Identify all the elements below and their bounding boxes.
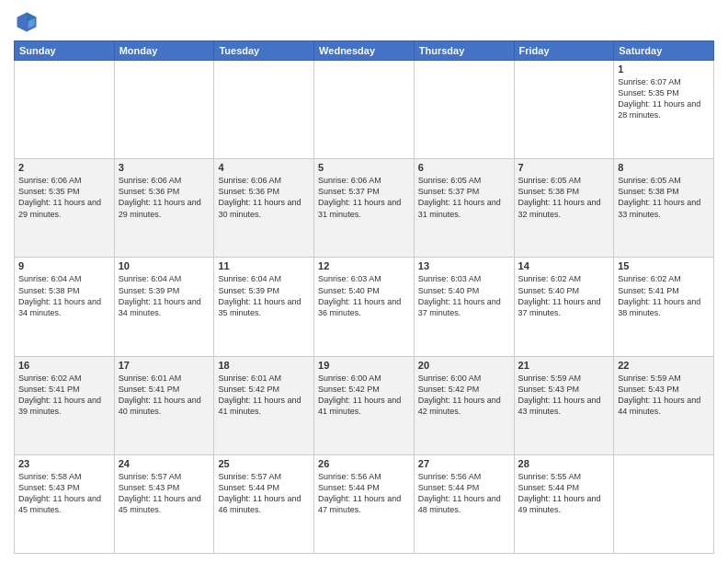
day-info: Sunrise: 5:57 AM Sunset: 5:43 PM Dayligh… xyxy=(119,471,210,516)
day-info: Sunrise: 6:03 AM Sunset: 5:40 PM Dayligh… xyxy=(318,273,410,318)
calendar-cell: 4Sunrise: 6:06 AM Sunset: 5:36 PM Daylig… xyxy=(214,159,314,258)
calendar-cell xyxy=(214,61,314,159)
day-info: Sunrise: 6:04 AM Sunset: 5:39 PM Dayligh… xyxy=(119,273,210,318)
day-info: Sunrise: 6:01 AM Sunset: 5:42 PM Dayligh… xyxy=(218,373,310,418)
calendar-week-3: 9Sunrise: 6:04 AM Sunset: 5:38 PM Daylig… xyxy=(15,258,714,356)
day-info: Sunrise: 5:57 AM Sunset: 5:44 PM Dayligh… xyxy=(218,471,310,516)
calendar-cell: 12Sunrise: 6:03 AM Sunset: 5:40 PM Dayli… xyxy=(314,258,415,356)
calendar-cell: 23Sunrise: 5:58 AM Sunset: 5:43 PM Dayli… xyxy=(15,454,115,553)
day-header-wednesday: Wednesday xyxy=(314,41,415,61)
day-number: 13 xyxy=(418,260,510,271)
day-info: Sunrise: 6:07 AM Sunset: 5:35 PM Dayligh… xyxy=(618,76,710,121)
calendar-cell: 21Sunrise: 5:59 AM Sunset: 5:43 PM Dayli… xyxy=(514,356,614,454)
day-info: Sunrise: 6:06 AM Sunset: 5:35 PM Dayligh… xyxy=(18,175,110,220)
calendar-week-4: 16Sunrise: 6:02 AM Sunset: 5:41 PM Dayli… xyxy=(15,356,714,454)
calendar-cell xyxy=(114,61,214,159)
day-number: 20 xyxy=(418,360,510,371)
day-number: 15 xyxy=(618,260,710,271)
day-number: 4 xyxy=(218,162,310,173)
calendar-week-2: 2Sunrise: 6:06 AM Sunset: 5:35 PM Daylig… xyxy=(15,159,714,258)
day-header-saturday: Saturday xyxy=(614,41,714,61)
calendar-header: SundayMondayTuesdayWednesdayThursdayFrid… xyxy=(15,41,714,61)
calendar-cell: 20Sunrise: 6:00 AM Sunset: 5:42 PM Dayli… xyxy=(414,356,514,454)
calendar-cell: 6Sunrise: 6:05 AM Sunset: 5:37 PM Daylig… xyxy=(414,159,514,258)
calendar-cell: 2Sunrise: 6:06 AM Sunset: 5:35 PM Daylig… xyxy=(15,159,115,258)
calendar-cell xyxy=(514,61,614,159)
day-info: Sunrise: 6:02 AM Sunset: 5:41 PM Dayligh… xyxy=(618,273,710,318)
calendar-cell: 24Sunrise: 5:57 AM Sunset: 5:43 PM Dayli… xyxy=(114,454,214,553)
calendar-cell: 19Sunrise: 6:00 AM Sunset: 5:42 PM Dayli… xyxy=(314,356,415,454)
day-number: 25 xyxy=(218,458,310,469)
calendar-cell xyxy=(314,61,415,159)
calendar-cell xyxy=(614,454,714,553)
day-number: 10 xyxy=(119,260,210,271)
day-number: 8 xyxy=(618,162,710,173)
day-number: 14 xyxy=(518,260,610,271)
header-row: SundayMondayTuesdayWednesdayThursdayFrid… xyxy=(15,41,714,61)
calendar-cell: 22Sunrise: 5:59 AM Sunset: 5:43 PM Dayli… xyxy=(614,356,714,454)
day-number: 23 xyxy=(18,458,110,469)
calendar-cell: 27Sunrise: 5:56 AM Sunset: 5:44 PM Dayli… xyxy=(414,454,514,553)
day-info: Sunrise: 6:06 AM Sunset: 5:36 PM Dayligh… xyxy=(218,175,310,220)
day-number: 26 xyxy=(318,458,410,469)
calendar-cell: 5Sunrise: 6:06 AM Sunset: 5:37 PM Daylig… xyxy=(314,159,415,258)
day-info: Sunrise: 6:02 AM Sunset: 5:41 PM Dayligh… xyxy=(18,373,110,418)
day-number: 21 xyxy=(518,360,610,371)
day-number: 27 xyxy=(418,458,510,469)
day-info: Sunrise: 6:00 AM Sunset: 5:42 PM Dayligh… xyxy=(418,373,510,418)
day-number: 19 xyxy=(318,360,410,371)
calendar-cell: 11Sunrise: 6:04 AM Sunset: 5:39 PM Dayli… xyxy=(214,258,314,356)
header xyxy=(14,9,714,35)
day-info: Sunrise: 6:05 AM Sunset: 5:38 PM Dayligh… xyxy=(518,175,610,220)
day-header-tuesday: Tuesday xyxy=(214,41,314,61)
page: SundayMondayTuesdayWednesdayThursdayFrid… xyxy=(0,0,728,563)
day-info: Sunrise: 6:01 AM Sunset: 5:41 PM Dayligh… xyxy=(119,373,210,418)
calendar-cell: 28Sunrise: 5:55 AM Sunset: 5:44 PM Dayli… xyxy=(514,454,614,553)
calendar-week-1: 1Sunrise: 6:07 AM Sunset: 5:35 PM Daylig… xyxy=(15,61,714,159)
logo xyxy=(14,9,43,35)
day-info: Sunrise: 6:03 AM Sunset: 5:40 PM Dayligh… xyxy=(418,273,510,318)
day-number: 16 xyxy=(18,360,110,371)
calendar-cell: 16Sunrise: 6:02 AM Sunset: 5:41 PM Dayli… xyxy=(15,356,115,454)
calendar-cell: 13Sunrise: 6:03 AM Sunset: 5:40 PM Dayli… xyxy=(414,258,514,356)
calendar-cell xyxy=(15,61,115,159)
calendar-body: 1Sunrise: 6:07 AM Sunset: 5:35 PM Daylig… xyxy=(15,61,714,554)
day-info: Sunrise: 6:04 AM Sunset: 5:38 PM Dayligh… xyxy=(18,273,110,318)
calendar-cell xyxy=(414,61,514,159)
day-number: 28 xyxy=(518,458,610,469)
day-info: Sunrise: 5:56 AM Sunset: 5:44 PM Dayligh… xyxy=(418,471,510,516)
calendar-cell: 26Sunrise: 5:56 AM Sunset: 5:44 PM Dayli… xyxy=(314,454,415,553)
day-header-sunday: Sunday xyxy=(15,41,115,61)
calendar-cell: 18Sunrise: 6:01 AM Sunset: 5:42 PM Dayli… xyxy=(214,356,314,454)
day-header-monday: Monday xyxy=(114,41,214,61)
day-number: 22 xyxy=(618,360,710,371)
logo-icon xyxy=(14,9,40,35)
day-number: 24 xyxy=(119,458,210,469)
day-info: Sunrise: 5:59 AM Sunset: 5:43 PM Dayligh… xyxy=(618,373,710,418)
day-number: 1 xyxy=(618,63,710,75)
day-number: 7 xyxy=(518,162,610,173)
day-number: 11 xyxy=(218,260,310,271)
calendar-cell: 1Sunrise: 6:07 AM Sunset: 5:35 PM Daylig… xyxy=(614,61,714,159)
day-number: 18 xyxy=(218,360,310,371)
day-info: Sunrise: 6:04 AM Sunset: 5:39 PM Dayligh… xyxy=(218,273,310,318)
day-info: Sunrise: 6:06 AM Sunset: 5:36 PM Dayligh… xyxy=(119,175,210,220)
day-info: Sunrise: 6:05 AM Sunset: 5:38 PM Dayligh… xyxy=(618,175,710,220)
day-info: Sunrise: 6:06 AM Sunset: 5:37 PM Dayligh… xyxy=(318,175,410,220)
day-info: Sunrise: 6:02 AM Sunset: 5:40 PM Dayligh… xyxy=(518,273,610,318)
day-info: Sunrise: 5:56 AM Sunset: 5:44 PM Dayligh… xyxy=(318,471,410,516)
calendar-cell: 10Sunrise: 6:04 AM Sunset: 5:39 PM Dayli… xyxy=(114,258,214,356)
day-header-friday: Friday xyxy=(514,41,614,61)
day-info: Sunrise: 6:05 AM Sunset: 5:37 PM Dayligh… xyxy=(418,175,510,220)
calendar-cell: 15Sunrise: 6:02 AM Sunset: 5:41 PM Dayli… xyxy=(614,258,714,356)
day-number: 2 xyxy=(18,162,110,173)
day-number: 6 xyxy=(418,162,510,173)
calendar-cell: 9Sunrise: 6:04 AM Sunset: 5:38 PM Daylig… xyxy=(15,258,115,356)
day-info: Sunrise: 5:55 AM Sunset: 5:44 PM Dayligh… xyxy=(518,471,610,516)
day-header-thursday: Thursday xyxy=(414,41,514,61)
calendar-week-5: 23Sunrise: 5:58 AM Sunset: 5:43 PM Dayli… xyxy=(15,454,714,553)
calendar-cell: 7Sunrise: 6:05 AM Sunset: 5:38 PM Daylig… xyxy=(514,159,614,258)
day-info: Sunrise: 5:59 AM Sunset: 5:43 PM Dayligh… xyxy=(518,373,610,418)
day-number: 17 xyxy=(119,360,210,371)
day-number: 3 xyxy=(119,162,210,173)
